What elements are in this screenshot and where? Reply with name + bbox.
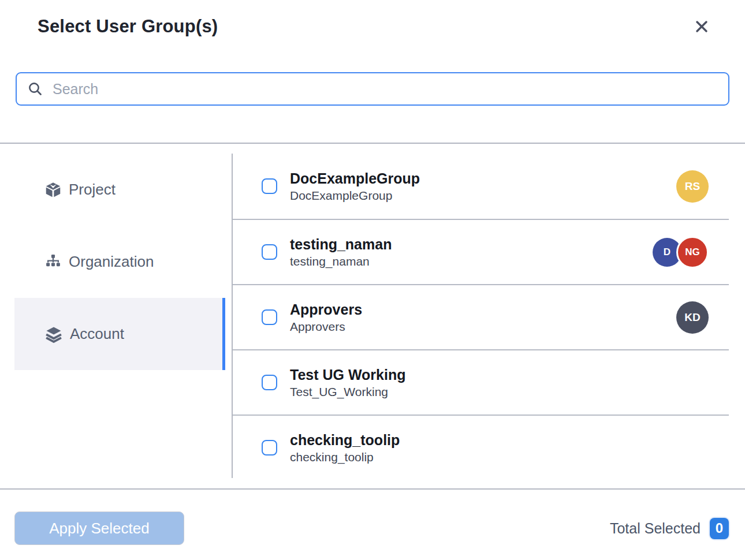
- search-input[interactable]: [53, 81, 718, 98]
- sidebar-item-label: Organization: [69, 253, 154, 271]
- org-chart-icon: [45, 254, 61, 270]
- close-button[interactable]: [692, 17, 712, 36]
- dialog-body: Project: [0, 144, 745, 488]
- group-description: DocExampleGroup: [290, 189, 420, 203]
- avatar: NG: [676, 236, 709, 268]
- dialog-header: Select User Group(s): [0, 0, 745, 39]
- group-avatars: KD: [676, 301, 709, 334]
- group-text: DocExampleGroup DocExampleGroup: [290, 170, 420, 203]
- sidebar-item-label: Account: [70, 325, 124, 343]
- total-selected-label: Total Selected: [610, 520, 701, 537]
- group-text: testing_naman testing_naman: [290, 236, 392, 268]
- group-checkbox[interactable]: [262, 309, 277, 325]
- search-icon: [27, 81, 43, 97]
- total-selected-count-badge: 0: [710, 518, 729, 539]
- group-checkbox[interactable]: [262, 244, 277, 260]
- group-text: checking_toolip checking_toolip: [290, 432, 400, 464]
- avatar: KD: [676, 301, 709, 334]
- cube-icon: [45, 182, 61, 198]
- search-box: [16, 72, 729, 106]
- list-item[interactable]: checking_toolip checking_toolip: [233, 415, 729, 480]
- group-description: checking_toolip: [290, 450, 400, 464]
- sidebar-item-project[interactable]: Project: [14, 154, 225, 226]
- group-description: testing_naman: [290, 255, 392, 268]
- sidebar-item-organization[interactable]: Organization: [14, 226, 225, 298]
- list-item[interactable]: Approvers Approvers KD: [233, 284, 729, 349]
- group-avatars: RS: [676, 170, 709, 203]
- group-name: Approvers: [290, 301, 362, 318]
- group-checkbox[interactable]: [262, 178, 277, 194]
- sidebar-item-label: Project: [69, 181, 116, 199]
- total-selected: Total Selected 0: [610, 518, 729, 539]
- group-name: testing_naman: [290, 236, 392, 253]
- apply-selected-button[interactable]: Apply Selected: [14, 512, 184, 545]
- group-avatars: D NG: [653, 236, 709, 268]
- sidebar-item-account[interactable]: Account: [14, 298, 225, 370]
- group-checkbox[interactable]: [262, 375, 277, 390]
- group-checkbox[interactable]: [262, 440, 277, 456]
- user-group-list: DocExampleGroup DocExampleGroup RS testi…: [233, 144, 745, 488]
- avatar: RS: [676, 170, 709, 203]
- group-name: DocExampleGroup: [290, 170, 420, 187]
- group-name: checking_toolip: [290, 432, 400, 449]
- dialog-footer: Apply Selected Total Selected 0: [0, 488, 745, 560]
- page-title: Select User Group(s): [38, 16, 218, 37]
- group-name: Test UG Working: [290, 367, 405, 383]
- select-user-group-dialog: Select User Group(s): [0, 0, 745, 560]
- list-item[interactable]: testing_naman testing_naman D NG: [233, 219, 729, 284]
- scope-sidebar: Project: [0, 144, 232, 488]
- group-text: Approvers Approvers: [290, 301, 362, 334]
- group-text: Test UG Working Test_UG_Working: [290, 367, 405, 399]
- close-icon: [693, 18, 710, 35]
- list-item[interactable]: Test UG Working Test_UG_Working: [233, 349, 729, 415]
- layers-icon: [45, 326, 62, 343]
- group-description: Test_UG_Working: [290, 385, 405, 399]
- group-description: Approvers: [290, 320, 362, 334]
- list-item[interactable]: DocExampleGroup DocExampleGroup RS: [233, 154, 729, 219]
